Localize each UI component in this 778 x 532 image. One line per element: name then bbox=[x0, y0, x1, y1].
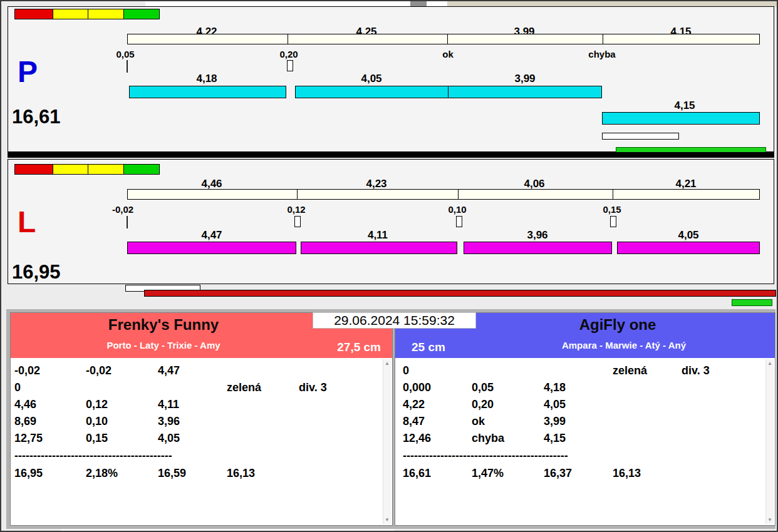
status-light-yellow bbox=[53, 164, 88, 175]
result-cell: 4,22 bbox=[403, 398, 425, 411]
penalty-label: 0,10 bbox=[448, 204, 466, 215]
result-cell: 0,12 bbox=[86, 398, 108, 411]
result-cell: 8,69 bbox=[14, 415, 36, 428]
result-cell: 0 bbox=[14, 381, 21, 394]
result-cell: 8,47 bbox=[403, 415, 425, 428]
separator-row: ----------------------------------------… bbox=[11, 449, 382, 466]
red-progress-bar bbox=[144, 290, 776, 297]
result-row: 0 zelená div. 3 bbox=[395, 364, 765, 381]
result-row: 0 zelená div. 3 bbox=[11, 381, 382, 398]
run-segment-bar bbox=[617, 242, 760, 254]
separator-dashes: ----------------------------------------… bbox=[403, 449, 568, 463]
timing-app-window: 4,22 4,25 3,99 4,15 0,05 0,20 ok chyba P… bbox=[0, 0, 778, 532]
status-light-red bbox=[14, 164, 53, 175]
result-cell: 4,05 bbox=[544, 398, 566, 411]
summary-cell: 16,13 bbox=[613, 467, 641, 480]
summary-cell: 16,13 bbox=[227, 467, 255, 480]
run-segment-bar bbox=[127, 242, 296, 254]
scroll-up-icon[interactable]: ▲ bbox=[766, 361, 774, 366]
scale-divider bbox=[458, 190, 459, 199]
run-time-label: 3,96 bbox=[527, 229, 547, 242]
status-light-green bbox=[123, 164, 160, 175]
team-members: Ampara - Marwie - Atý - Aný bbox=[477, 340, 771, 350]
run-segment-bar bbox=[602, 112, 760, 125]
lane-letter: L bbox=[18, 207, 36, 237]
split-time-label: 4,06 bbox=[524, 178, 544, 190]
vertical-scrollbar[interactable]: ▲ ▼ bbox=[765, 359, 774, 524]
result-cell: div. 3 bbox=[299, 381, 327, 394]
result-cell: 0,05 bbox=[472, 381, 494, 394]
penalty-label: chyba bbox=[588, 49, 615, 59]
penalty-label: 0,05 bbox=[116, 49, 134, 59]
team-panel-left: Frenky's Funny Porto - Laty - Trixie - A… bbox=[10, 312, 393, 526]
penalty-label: 0,12 bbox=[287, 204, 305, 215]
result-cell: 12,75 bbox=[14, 432, 43, 445]
summary-cell: 2,18% bbox=[86, 467, 118, 480]
result-cell: 4,11 bbox=[158, 398, 179, 411]
summary-row: 16,61 1,47% 16,37 16,13 bbox=[395, 467, 765, 484]
split-time-label: 4,23 bbox=[366, 178, 386, 190]
result-cell: 4,18 bbox=[544, 381, 566, 394]
team-panel-right: AgiFly one Ampara - Marwie - Atý - Aný 2… bbox=[395, 312, 775, 526]
summary-cell: 1,47% bbox=[472, 467, 504, 480]
jump-height: 27,5 cm bbox=[337, 340, 381, 354]
result-row: 0,000 0,05 4,18 bbox=[395, 381, 765, 398]
result-row: 4,46 0,12 4,11 bbox=[11, 398, 382, 415]
scroll-down-icon[interactable]: ▼ bbox=[383, 517, 391, 523]
result-cell: 12,46 bbox=[403, 432, 431, 445]
penalty-label: -0,02 bbox=[112, 204, 133, 215]
result-cell: 0 bbox=[403, 364, 409, 377]
run-time-label: 4,11 bbox=[368, 229, 388, 242]
run-time-label: 4,18 bbox=[196, 73, 217, 85]
result-cell: zelená bbox=[227, 381, 261, 394]
result-row: 4,22 0,20 4,05 bbox=[395, 398, 765, 415]
result-cell: chyba bbox=[472, 432, 504, 445]
scroll-up-icon[interactable]: ▲ bbox=[383, 361, 391, 366]
team-members: Porto - Laty - Trixie - Amy bbox=[11, 340, 316, 350]
run-segment-bar bbox=[464, 242, 612, 254]
scale-divider bbox=[288, 34, 288, 44]
jump-height: 25 cm bbox=[412, 340, 445, 354]
summary-cell: 16,37 bbox=[544, 467, 572, 480]
status-light-yellow bbox=[53, 9, 88, 19]
scale-divider bbox=[613, 190, 613, 199]
split-scale-bar bbox=[127, 189, 760, 200]
penalty-label: ok bbox=[442, 49, 454, 59]
split-time-label: 4,21 bbox=[675, 178, 696, 190]
green-progress-bar bbox=[732, 299, 772, 306]
team-name: Frenky's Funny bbox=[11, 316, 316, 334]
lane-letter: P bbox=[18, 57, 38, 87]
result-cell: 0,20 bbox=[472, 398, 494, 411]
result-cell: 0,10 bbox=[86, 415, 108, 428]
run-segment-bar bbox=[448, 86, 602, 98]
run-time-label: 4,05 bbox=[361, 73, 381, 85]
vertical-scrollbar[interactable]: ▲ ▼ bbox=[383, 359, 391, 524]
status-lights bbox=[14, 9, 159, 19]
tick-marker bbox=[127, 216, 128, 228]
status-light-yellow bbox=[88, 164, 124, 175]
result-cell: 4,15 bbox=[544, 432, 566, 445]
run-time-label: 3,99 bbox=[514, 73, 535, 85]
result-cell: 4,47 bbox=[158, 364, 180, 377]
result-cell: zelená bbox=[613, 364, 647, 377]
run-time-label: 4,47 bbox=[201, 229, 222, 242]
result-row: 8,47 ok 3,99 bbox=[395, 415, 765, 432]
summary-cell: 16,95 bbox=[14, 467, 43, 480]
team-results: -0,02 -0,02 4,47 0 zelená div. 3 4,46 0,… bbox=[11, 358, 392, 525]
result-cell: 3,99 bbox=[544, 415, 566, 428]
result-cell: 4,05 bbox=[158, 432, 180, 445]
summary-cell: 16,61 bbox=[403, 467, 431, 480]
result-row: 12,75 0,15 4,05 bbox=[11, 432, 382, 449]
progress-outline-bar bbox=[602, 133, 679, 140]
datetime-display: 29.06.2024 15:59:32 bbox=[313, 312, 476, 329]
team-name: AgiFly one bbox=[470, 316, 765, 334]
lane-panel-p: 4,22 4,25 3,99 4,15 0,05 0,20 ok chyba P… bbox=[8, 6, 774, 152]
run-time-label: 4,15 bbox=[674, 100, 695, 112]
window-bottom-fragment bbox=[61, 529, 394, 532]
separator-row: ----------------------------------------… bbox=[395, 449, 765, 466]
scroll-down-icon[interactable]: ▼ bbox=[766, 517, 774, 523]
result-cell: 3,96 bbox=[158, 415, 180, 428]
tick-marker-box bbox=[294, 216, 301, 227]
status-light-green bbox=[123, 9, 160, 19]
status-light-red bbox=[14, 9, 53, 19]
